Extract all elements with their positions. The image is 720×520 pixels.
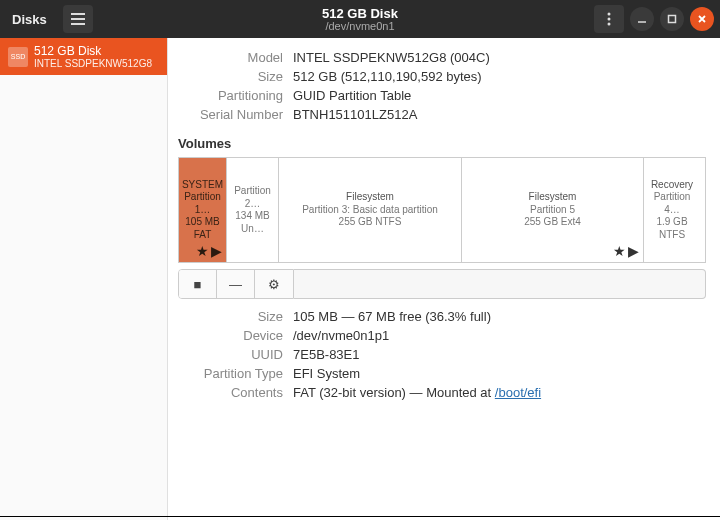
label-vol-size: Size	[178, 309, 283, 324]
label-serial: Serial Number	[178, 107, 283, 122]
unmount-button[interactable]: ■	[179, 270, 217, 298]
label-uuid: UUID	[178, 347, 283, 362]
volume-partition-2[interactable]: Partition 2… 134 MB Un…	[227, 158, 279, 262]
value-contents: FAT (32-bit version) — Mounted at /boot/…	[293, 385, 541, 400]
bottom-divider	[0, 516, 720, 517]
main-panel: Model INTEL SSDPEKNW512G8 (004C) Size 51…	[168, 38, 720, 520]
label-device: Device	[178, 328, 283, 343]
play-icon: ▶	[211, 243, 222, 261]
disk-info: Model INTEL SSDPEKNW512G8 (004C) Size 51…	[178, 50, 706, 122]
selected-volume-info: Size 105 MB — 67 MB free (36.3% full) De…	[178, 309, 706, 400]
value-model: INTEL SSDPEKNW512G8 (004C)	[293, 50, 490, 65]
value-size: 512 GB (512,110,190,592 bytes)	[293, 69, 482, 84]
mount-point-link[interactable]: /boot/efi	[495, 385, 541, 400]
volume-partition-3[interactable]: Filesystem Partition 3: Basic data parti…	[279, 158, 462, 262]
label-size: Size	[178, 69, 283, 84]
value-device: /dev/nvme0n1p1	[293, 328, 389, 343]
play-icon: ▶	[628, 243, 639, 261]
header-center: 512 GB Disk /dev/nvme0n1	[322, 6, 398, 32]
volume-strip: SYSTEM Partition 1… 105 MB FAT ★▶ Partit…	[178, 157, 706, 263]
svg-point-1	[608, 18, 611, 21]
window-close-button[interactable]	[690, 7, 714, 31]
disk-menu-button[interactable]	[594, 5, 624, 33]
star-icon: ★	[613, 243, 626, 261]
app-title: Disks	[12, 12, 47, 27]
ssd-icon: SSD	[8, 47, 28, 67]
volume-partition-5[interactable]: Filesystem Partition 5 255 GB Ext4 ★▶	[462, 158, 644, 262]
header-disk-title: 512 GB Disk	[322, 6, 398, 21]
delete-partition-button[interactable]: —	[217, 270, 255, 298]
label-partitioning: Partitioning	[178, 88, 283, 103]
value-serial: BTNH151101LZ512A	[293, 107, 417, 122]
window-minimize-button[interactable]	[630, 7, 654, 31]
label-partition-type: Partition Type	[178, 366, 283, 381]
partition-options-button[interactable]: ⚙	[255, 270, 293, 298]
svg-rect-3	[669, 16, 676, 23]
svg-point-0	[608, 13, 611, 16]
volumes-header: Volumes	[178, 136, 706, 151]
headerbar: Disks 512 GB Disk /dev/nvme0n1	[0, 0, 720, 38]
sidebar: SSD 512 GB Disk INTEL SSDPEKNW512G8	[0, 38, 168, 520]
sidebar-disk-item[interactable]: SSD 512 GB Disk INTEL SSDPEKNW512G8	[0, 38, 167, 75]
volume-toolbar: ■ — ⚙	[178, 269, 706, 299]
value-partition-type: EFI System	[293, 366, 360, 381]
volume-partition-4[interactable]: Recovery Partition 4… 1.9 GB NTFS	[644, 158, 700, 262]
volume-partition-1[interactable]: SYSTEM Partition 1… 105 MB FAT ★▶	[179, 158, 227, 262]
hamburger-menu-button[interactable]	[63, 5, 93, 33]
header-disk-subtitle: /dev/nvme0n1	[322, 20, 398, 32]
value-vol-size: 105 MB — 67 MB free (36.3% full)	[293, 309, 491, 324]
value-uuid: 7E5B-83E1	[293, 347, 360, 362]
star-icon: ★	[196, 243, 209, 261]
value-partitioning: GUID Partition Table	[293, 88, 411, 103]
label-model: Model	[178, 50, 283, 65]
sidebar-disk-label: 512 GB Disk	[34, 44, 152, 58]
sidebar-disk-sublabel: INTEL SSDPEKNW512G8	[34, 58, 152, 69]
window-maximize-button[interactable]	[660, 7, 684, 31]
svg-point-2	[608, 23, 611, 26]
label-contents: Contents	[178, 385, 283, 400]
